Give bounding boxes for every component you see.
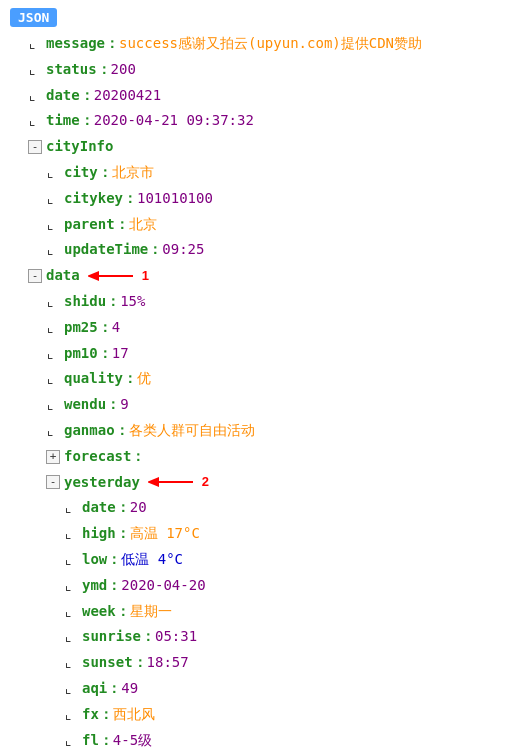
connector: ⌞ bbox=[28, 109, 42, 133]
connector: ⌞ bbox=[46, 419, 60, 443]
ymd-key: ymd： bbox=[82, 574, 121, 598]
cityinfo-key: cityInfo bbox=[46, 135, 113, 159]
low-row: ⌞ low： 低温 4°C bbox=[10, 547, 527, 573]
fx-value: 西北风 bbox=[113, 703, 155, 727]
connector: ⌞ bbox=[46, 316, 60, 340]
ydate-value: 20 bbox=[130, 496, 147, 520]
time-key: time： bbox=[46, 109, 94, 133]
annotation-2: 2 bbox=[148, 471, 209, 493]
shidu-value: 15% bbox=[120, 290, 145, 314]
pm10-key: pm10： bbox=[64, 342, 112, 366]
time-value: 2020-04-21 09:37:32 bbox=[94, 109, 254, 133]
fx-key: fx： bbox=[82, 703, 113, 727]
tree-root: ⌞ message： success感谢又拍云(upyun.com)提供CDN赞… bbox=[0, 31, 527, 748]
sunset-row: ⌞ sunset： 18:57 bbox=[10, 650, 527, 676]
ydate-key: date： bbox=[82, 496, 130, 520]
fl-key: fl： bbox=[82, 729, 113, 748]
sunset-key: sunset： bbox=[82, 651, 147, 675]
connector: ⌞ bbox=[46, 213, 60, 237]
ganmao-row: ⌞ ganmao： 各类人群可自由活动 bbox=[10, 418, 527, 444]
forecast-key: forecast： bbox=[64, 445, 145, 469]
connector: ⌞ bbox=[64, 548, 78, 572]
citykey-value: 101010100 bbox=[137, 187, 213, 211]
connector: ⌞ bbox=[46, 187, 60, 211]
week-value: 星期一 bbox=[130, 600, 172, 624]
message-key: message： bbox=[46, 32, 119, 56]
connector: ⌞ bbox=[64, 703, 78, 727]
shidu-row: ⌞ shidu： 15% bbox=[10, 289, 527, 315]
connector: ⌞ bbox=[64, 600, 78, 624]
pm25-key: pm25： bbox=[64, 316, 112, 340]
week-key: week： bbox=[82, 600, 130, 624]
city-key: city： bbox=[64, 161, 112, 185]
aqi-row: ⌞ aqi： 49 bbox=[10, 676, 527, 702]
citykey-row: ⌞ citykey： 101010100 bbox=[10, 186, 527, 212]
fl-value: 4-5级 bbox=[113, 729, 152, 748]
wendu-key: wendu： bbox=[64, 393, 120, 417]
status-value: 200 bbox=[111, 58, 136, 82]
city-value: 北京市 bbox=[112, 161, 154, 185]
parent-row: ⌞ parent： 北京 bbox=[10, 212, 527, 238]
connector: ⌞ bbox=[64, 574, 78, 598]
ydate-row: ⌞ date： 20 bbox=[10, 495, 527, 521]
time-row: ⌞ time： 2020-04-21 09:37:32 bbox=[10, 108, 527, 134]
connector: ⌞ bbox=[46, 367, 60, 391]
wendu-value: 9 bbox=[120, 393, 128, 417]
pm10-row: ⌞ pm10： 17 bbox=[10, 341, 527, 367]
message-row: ⌞ message： success感谢又拍云(upyun.com)提供CDN赞… bbox=[10, 31, 527, 57]
pm10-value: 17 bbox=[112, 342, 129, 366]
sunrise-key: sunrise： bbox=[82, 625, 155, 649]
json-badge: JSON bbox=[10, 8, 57, 27]
high-key: high： bbox=[82, 522, 130, 546]
cityinfo-node: - cityInfo bbox=[10, 134, 527, 160]
data-key: data bbox=[46, 264, 80, 288]
data-node: - data 1 bbox=[10, 263, 527, 289]
connector: ⌞ bbox=[28, 84, 42, 108]
forecast-toggle[interactable]: + bbox=[46, 450, 60, 464]
quality-value: 优 bbox=[137, 367, 151, 391]
fx-row: ⌞ fx： 西北风 bbox=[10, 702, 527, 728]
connector: ⌞ bbox=[46, 393, 60, 417]
message-value: success感谢又拍云(upyun.com)提供CDN赞助 bbox=[119, 32, 422, 56]
wendu-row: ⌞ wendu： 9 bbox=[10, 392, 527, 418]
pm25-row: ⌞ pm25： 4 bbox=[10, 315, 527, 341]
citykey-key: citykey： bbox=[64, 187, 137, 211]
updatetime-value: 09:25 bbox=[162, 238, 204, 262]
annotation-1: 1 bbox=[88, 265, 149, 287]
ymd-value: 2020-04-20 bbox=[121, 574, 205, 598]
city-row: ⌞ city： 北京市 bbox=[10, 160, 527, 186]
connector: ⌞ bbox=[64, 729, 78, 748]
connector: ⌞ bbox=[64, 677, 78, 701]
connector: ⌞ bbox=[46, 238, 60, 262]
fl-row: ⌞ fl： 4-5级 bbox=[10, 728, 527, 748]
date-value: 20200421 bbox=[94, 84, 161, 108]
low-value: 低温 4°C bbox=[121, 548, 183, 572]
connector: ⌞ bbox=[46, 290, 60, 314]
data-toggle[interactable]: - bbox=[28, 269, 42, 283]
high-row: ⌞ high： 高温 17°C bbox=[10, 521, 527, 547]
connector: ⌞ bbox=[64, 522, 78, 546]
connector: ⌞ bbox=[64, 651, 78, 675]
parent-value: 北京 bbox=[129, 213, 157, 237]
yesterday-node: - yesterday 2 bbox=[10, 470, 527, 496]
forecast-node: + forecast： bbox=[10, 444, 527, 470]
status-row: ⌞ status： 200 bbox=[10, 57, 527, 83]
aqi-value: 49 bbox=[121, 677, 138, 701]
updatetime-key: updateTime： bbox=[64, 238, 162, 262]
shidu-key: shidu： bbox=[64, 290, 120, 314]
connector: ⌞ bbox=[28, 32, 42, 56]
pm25-value: 4 bbox=[112, 316, 120, 340]
connector: ⌞ bbox=[46, 342, 60, 366]
yesterday-toggle[interactable]: - bbox=[46, 475, 60, 489]
cityinfo-toggle[interactable]: - bbox=[28, 140, 42, 154]
quality-row: ⌞ quality： 优 bbox=[10, 366, 527, 392]
connector: ⌞ bbox=[64, 496, 78, 520]
connector: ⌞ bbox=[46, 161, 60, 185]
ganmao-key: ganmao： bbox=[64, 419, 129, 443]
yesterday-key: yesterday bbox=[64, 471, 140, 495]
updatetime-row: ⌞ updateTime： 09:25 bbox=[10, 237, 527, 263]
parent-key: parent： bbox=[64, 213, 129, 237]
high-value: 高温 17°C bbox=[130, 522, 200, 546]
week-row: ⌞ week： 星期一 bbox=[10, 599, 527, 625]
ganmao-value: 各类人群可自由活动 bbox=[129, 419, 255, 443]
